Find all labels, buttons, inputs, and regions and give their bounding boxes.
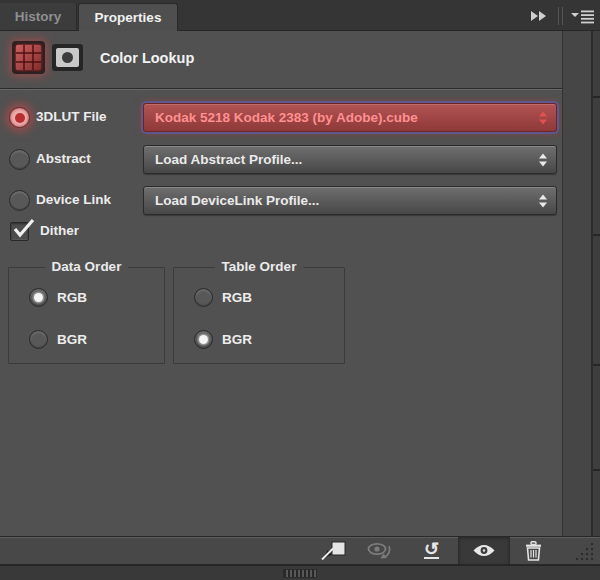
table-order-group: Table Order RGB BGR [173,267,345,364]
abstract-value: Load Abstract Profile... [155,152,302,167]
3dlut-file-select[interactable]: Kodak 5218 Kodak 2383 (by Adobe).cube [143,103,557,132]
color-lookup-grid-icon[interactable] [12,41,45,74]
separator [558,7,563,25]
page-title: Color Lookup [100,45,194,71]
label-device-link: Device Link [36,185,111,215]
data-order-rgb-label: RGB [57,287,87,309]
clip-to-layer-icon [321,540,347,561]
spinner-icon [539,111,547,124]
label-3dlut-file: 3DLUT File [36,102,107,132]
data-order-bgr-radio[interactable] [29,330,48,349]
tab-history[interactable]: History [0,3,77,30]
panel-toolbar: ↺ [0,536,600,565]
resize-grip-icon[interactable] [573,541,595,566]
reset-button[interactable]: ↺ [405,537,458,564]
view-previous-state-button[interactable] [357,537,405,564]
clip-to-layer-button[interactable] [311,537,357,564]
table-order-bgr-label: BGR [222,329,252,351]
table-order-bgr-radio[interactable] [194,330,213,349]
abstract-select[interactable]: Load Abstract Profile... [143,145,557,174]
delete-button[interactable] [510,537,556,564]
radio-3dlut-file[interactable] [9,107,30,128]
checkmark-icon [12,216,38,242]
collapse-panels-icon[interactable] [528,9,550,23]
label-abstract: Abstract [36,144,91,174]
visibility-icon [472,543,496,558]
data-order-bgr-label: BGR [57,329,87,351]
3dlut-file-value: Kodak 5218 Kodak 2383 (by Adobe).cube [155,110,418,125]
panel-resize-handle[interactable] [283,569,317,578]
panel-tab-bar: History Properties [0,0,600,31]
data-order-legend: Data Order [45,259,129,274]
dither-label: Dither [40,217,79,245]
table-order-rgb-label: RGB [222,287,252,309]
visibility-toggle-button[interactable] [458,537,510,564]
delete-icon [524,541,543,561]
radio-abstract[interactable] [9,149,30,170]
radio-device-link[interactable] [9,190,30,211]
dock-edge-strip [562,31,600,536]
data-order-group: Data Order RGB BGR [8,267,165,364]
toggle-previous-state-icon [366,541,396,561]
data-order-rgb-radio[interactable] [29,288,48,307]
device-link-select[interactable]: Load DeviceLink Profile... [143,186,557,215]
reset-icon: ↺ [424,542,439,559]
tab-properties[interactable]: Properties [78,3,178,31]
panel-menu-icon[interactable] [571,8,595,24]
layer-mask-icon[interactable] [52,44,83,71]
spinner-icon [539,153,547,166]
dither-checkbox[interactable] [10,222,29,241]
spinner-icon [539,194,547,207]
properties-panel: History Properties [0,0,600,580]
divider [0,88,600,90]
panel-bottom-edge [0,565,600,580]
device-link-value: Load DeviceLink Profile... [155,193,319,208]
table-order-legend: Table Order [215,259,304,274]
table-order-rgb-radio[interactable] [194,288,213,307]
